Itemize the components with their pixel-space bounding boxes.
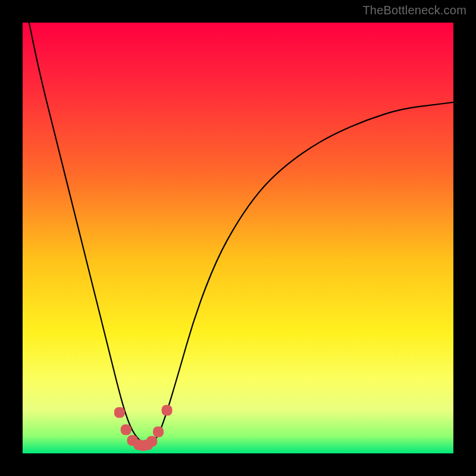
marker [162,405,173,416]
marker [153,427,164,437]
bottleneck-curve [29,23,453,444]
plot-area [23,23,453,453]
chart-frame: TheBottleneck.com [0,0,476,476]
chart-svg [23,23,453,453]
marker-band [114,405,173,451]
marker [121,424,131,435]
marker [114,407,125,418]
marker [146,436,157,447]
watermark-text: TheBottleneck.com [362,4,466,17]
